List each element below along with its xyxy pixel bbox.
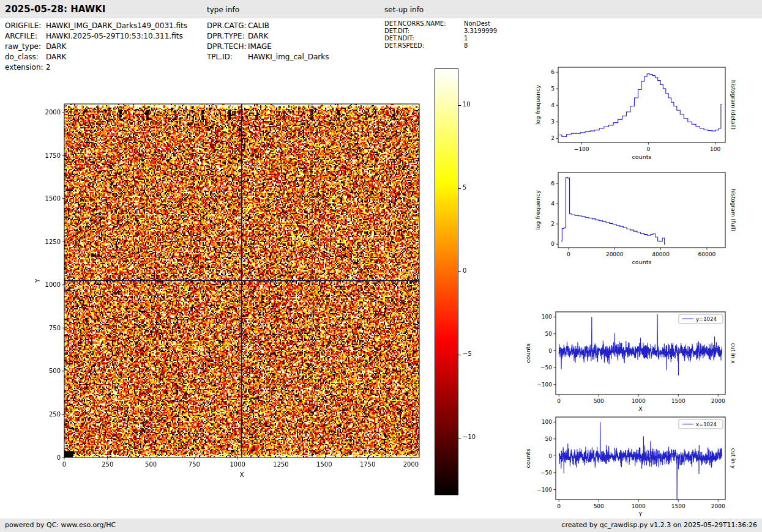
svg-text:500: 500	[145, 461, 157, 468]
meta-label: DPR.TYPE:	[207, 31, 248, 42]
svg-text:4: 4	[551, 102, 555, 108]
meta-label: DET.DIT:	[384, 28, 464, 35]
svg-text:Y: Y	[34, 278, 41, 283]
meta-label: DPR.CATG:	[207, 21, 248, 31]
meta-row-dit: DET.DIT:3.3199999	[384, 28, 497, 35]
footer-created-by: created by qc_rawdisp.py v1.2.3 on 2025-…	[561, 521, 757, 529]
meta-value: 1	[464, 35, 468, 42]
file-info-block: ORIGFILE:HAWKI_IMG_DARK_Darks149_0031.fi…	[5, 21, 187, 73]
meta-value: HAWKI_IMG_DARK_Darks149_0031.fits	[46, 21, 187, 31]
colorbar-tick	[458, 438, 461, 438]
meta-value: HAWKI.2025-05-29T10:53:10.311.fits	[46, 31, 183, 42]
meta-row-rspeed: DET.RSPEED:8	[384, 42, 497, 50]
header-bar: 2025-05-28: HAWKI type info set-up info	[0, 0, 762, 18]
meta-label: ORIGFILE:	[5, 21, 46, 31]
svg-text:0: 0	[57, 454, 61, 461]
setup-info-heading: set-up info	[384, 6, 424, 14]
colorbar-tick	[458, 105, 461, 106]
meta-value: DARK	[248, 31, 268, 42]
svg-text:−100: −100	[537, 487, 552, 493]
svg-text:500: 500	[49, 368, 61, 374]
svg-text:0: 0	[567, 251, 570, 257]
svg-text:1250: 1250	[273, 461, 288, 468]
svg-text:0: 0	[647, 146, 651, 152]
colorbar-tick-label: 5	[463, 184, 466, 191]
meta-value: 8	[464, 42, 468, 50]
meta-row-dpr-tech: DPR.TECH:IMAGE	[207, 42, 329, 52]
svg-text:2000: 2000	[403, 461, 419, 468]
svg-text:Y: Y	[638, 511, 643, 517]
svg-text:100: 100	[542, 419, 552, 425]
svg-text:counts: counts	[632, 259, 652, 265]
meta-row-do-class: do_class:DARK	[5, 52, 187, 62]
meta-value: DARK	[46, 52, 66, 62]
meta-value: NonDest	[464, 20, 490, 28]
meta-value: 2	[46, 62, 51, 73]
svg-text:100: 100	[710, 146, 720, 152]
meta-value: CALIB	[248, 21, 269, 31]
setup-info-block: DET.NCORRS.NAME:NonDest DET.DIT:3.319999…	[384, 20, 497, 50]
main-image-axes: 0250500750100012501500175020000250500750…	[24, 92, 453, 495]
svg-text:−100: −100	[537, 382, 552, 388]
svg-text:6: 6	[551, 69, 555, 75]
svg-text:4: 4	[551, 201, 555, 207]
svg-text:0: 0	[62, 461, 66, 468]
svg-text:750: 750	[189, 461, 200, 468]
colorbar-tick	[458, 355, 461, 355]
meta-row-tpl-id: TPL.ID:HAWKI_img_cal_Darks	[207, 52, 329, 62]
svg-text:histogram (full): histogram (full)	[730, 189, 736, 231]
cut-in-x-chart: 0500100015002000−100−50050100Xcountscut …	[519, 305, 762, 421]
colorbar-tick-label: −10	[463, 434, 476, 440]
svg-text:1250: 1250	[45, 238, 61, 245]
svg-text:60000: 60000	[698, 251, 716, 257]
svg-text:20000: 20000	[606, 251, 624, 257]
svg-text:1000: 1000	[230, 461, 245, 468]
type-info-block: DPR.CATG:CALIB DPR.TYPE:DARK DPR.TECH:IM…	[207, 21, 329, 62]
svg-text:1500: 1500	[316, 461, 332, 468]
meta-label: TPL.ID:	[207, 52, 248, 62]
svg-text:500: 500	[594, 503, 604, 509]
footer-bar: powered by QC: www.eso.org/HC created by…	[0, 519, 762, 532]
colorbar: 1050−5−10	[435, 68, 484, 497]
svg-text:counts: counts	[525, 449, 531, 468]
meta-row-ndit: DET.NDIT:1	[384, 35, 497, 42]
svg-text:−50: −50	[540, 470, 552, 476]
svg-text:250: 250	[102, 461, 113, 468]
meta-label: ARCFILE:	[5, 31, 46, 42]
colorbar-tick	[458, 188, 461, 189]
svg-text:1000: 1000	[632, 398, 646, 404]
qc-rawdisp-report-page: 2025-05-28: HAWKI type info set-up info …	[0, 0, 762, 532]
svg-text:6: 6	[551, 180, 555, 187]
meta-row-raw-type: raw_type:DARK	[5, 42, 187, 52]
svg-text:2000: 2000	[45, 109, 61, 116]
svg-text:2000: 2000	[711, 503, 725, 509]
meta-label: DET.NCORRS.NAME:	[384, 20, 464, 28]
svg-text:cut in y: cut in y	[730, 448, 736, 469]
svg-text:1000: 1000	[632, 503, 646, 509]
svg-text:2000: 2000	[711, 398, 725, 404]
colorbar-tick-label: −5	[463, 350, 472, 357]
svg-text:1500: 1500	[671, 503, 685, 509]
meta-label: raw_type:	[5, 42, 46, 52]
svg-text:0: 0	[551, 241, 555, 247]
svg-text:1750: 1750	[45, 152, 61, 159]
histogram-full-chart: 02000040000600000246countslog frequencyh…	[521, 165, 762, 274]
svg-text:cut in x: cut in x	[730, 343, 736, 364]
svg-text:1000: 1000	[45, 281, 61, 288]
svg-text:0: 0	[557, 398, 561, 404]
colorbar-gradient	[435, 68, 458, 495]
svg-text:5: 5	[551, 86, 555, 92]
meta-row-dpr-catg: DPR.CATG:CALIB	[207, 21, 329, 31]
svg-text:y=1024: y=1024	[696, 316, 717, 322]
meta-value: HAWKI_img_cal_Darks	[248, 52, 329, 62]
meta-row-ncorrs: DET.NCORRS.NAME:NonDest	[384, 20, 497, 28]
type-info-heading: type info	[207, 6, 239, 14]
meta-label: DPR.TECH:	[207, 42, 248, 52]
svg-text:1500: 1500	[45, 195, 61, 202]
svg-text:log frequency: log frequency	[534, 85, 541, 125]
svg-text:counts: counts	[632, 153, 652, 160]
svg-text:40000: 40000	[652, 251, 670, 257]
cut-in-y-chart: 0500100015002000−100−50050100Ycountscut …	[519, 410, 762, 526]
colorbar-tick-label: 10	[463, 101, 471, 108]
footer-powered-by: powered by QC: www.eso.org/HC	[5, 521, 116, 529]
